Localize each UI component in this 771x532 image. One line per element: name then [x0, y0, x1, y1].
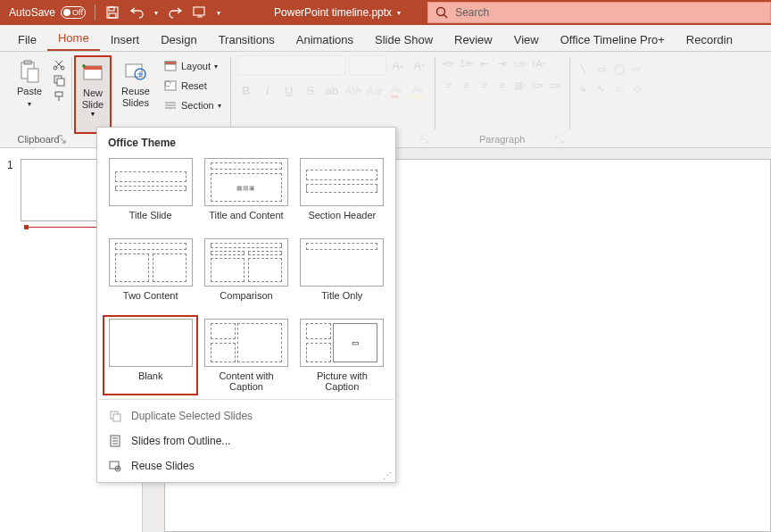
group-clipboard: Paste▾ Clipboard — [5, 52, 71, 147]
reuse-icon — [108, 459, 122, 473]
shape-freeform-icon[interactable]: ☆ — [611, 80, 627, 96]
tab-office-timeline[interactable]: Office Timeline Pro+ — [550, 28, 676, 51]
redo-icon[interactable] — [167, 4, 183, 21]
slide-number: 1 — [7, 159, 13, 171]
start-from-beginning-icon[interactable] — [192, 4, 208, 21]
reuse-slides-button[interactable]: Reuse Slides — [115, 55, 156, 134]
tab-animations[interactable]: Animations — [286, 28, 364, 51]
menu-reuse-slides[interactable]: Reuse Slides — [97, 453, 395, 478]
tab-review[interactable]: Review — [444, 28, 503, 51]
shape-arrow-icon[interactable]: ⇨ — [629, 61, 645, 77]
save-icon[interactable] — [104, 4, 120, 21]
svg-rect-6 — [24, 61, 31, 64]
group-drawing: ╲ ▭ ◯ ⇨ ↳ ∿ ☆ ◇ — [570, 52, 651, 147]
svg-rect-7 — [28, 69, 38, 82]
resize-grip-icon[interactable]: ⋰ — [383, 470, 392, 480]
title-dropdown-icon[interactable]: ▾ — [397, 9, 401, 17]
text-direction-icon[interactable]: ↕A▾ — [530, 55, 546, 71]
layout-blank[interactable]: Blank — [103, 315, 198, 395]
svg-rect-18 — [165, 62, 176, 64]
shape-line-icon[interactable]: ╲ — [576, 61, 592, 77]
undo-dropdown-icon[interactable]: ▾ — [154, 9, 158, 17]
justify-icon[interactable]: ≡ — [494, 77, 510, 93]
layout-content-with-caption[interactable]: Content with Caption — [198, 315, 294, 395]
tab-file[interactable]: File — [7, 28, 47, 51]
italic-button[interactable]: I — [258, 80, 278, 100]
cut-icon[interactable] — [52, 57, 66, 71]
text-shadow-button[interactable]: ab — [322, 80, 342, 100]
search-icon — [435, 6, 448, 19]
section-button[interactable]: Section ▾ — [160, 96, 225, 114]
highlight-button[interactable]: A▾ — [408, 80, 427, 100]
strikethrough-button[interactable]: S — [301, 80, 320, 100]
group-label-paragraph: Paragraph — [441, 134, 564, 147]
layout-comparison[interactable]: Comparison — [198, 235, 294, 315]
decrease-font-icon[interactable]: A▾ — [410, 55, 429, 75]
group-paragraph: •≡▾ 1≡▾ ⇤ ⇥ ↕≡▾ ↕A▾ ≡ ≡ ≡ ≡ ▥▾ ▭▾ ▭▾ Par… — [435, 52, 569, 147]
tab-recording[interactable]: Recordin — [676, 28, 743, 51]
align-center-icon[interactable]: ≡ — [459, 77, 475, 93]
bold-button[interactable]: B — [236, 80, 256, 100]
copy-icon[interactable] — [52, 73, 66, 87]
reset-button[interactable]: Reset — [160, 77, 225, 95]
document-title: PowerPoint timeline.pptx ▾ — [274, 6, 401, 19]
new-slide-icon — [80, 61, 105, 86]
font-size-combo[interactable] — [349, 55, 386, 75]
tab-design[interactable]: Design — [150, 28, 207, 51]
new-slide-button[interactable]: New Slide ▾ — [74, 55, 112, 134]
layout-button[interactable]: Layout ▾ — [160, 57, 225, 75]
svg-point-4 — [437, 8, 445, 16]
tab-insert[interactable]: Insert — [100, 28, 151, 51]
shape-rect-icon[interactable]: ▭ — [593, 61, 609, 77]
layout-title-slide[interactable]: Title Slide — [103, 154, 198, 235]
font-name-combo[interactable] — [236, 55, 345, 75]
tab-slide-show[interactable]: Slide Show — [364, 28, 444, 51]
layout-picture-with-caption[interactable]: ▭ Picture with Caption — [294, 315, 390, 395]
columns-icon[interactable]: ▥▾ — [512, 77, 528, 93]
align-right-icon[interactable]: ≡ — [477, 77, 493, 93]
layout-title-and-content[interactable]: ▦▤▣ Title and Content — [198, 154, 294, 235]
reset-icon — [163, 79, 178, 93]
title-bar: AutoSave Off ▾ ▾ PowerPoint timeline.ppt… — [0, 0, 771, 25]
font-launcher-icon[interactable] — [420, 134, 431, 145]
increase-indent-icon[interactable]: ⇥ — [494, 55, 510, 71]
line-spacing-icon[interactable]: ↕≡▾ — [512, 55, 528, 71]
shape-callout-icon[interactable]: ◇ — [629, 80, 645, 96]
shape-curve-icon[interactable]: ∿ — [593, 80, 609, 96]
section-icon — [163, 98, 178, 112]
bullets-icon[interactable]: •≡▾ — [441, 55, 457, 71]
search-box[interactable]: Search — [427, 2, 771, 23]
layout-two-content[interactable]: Two Content — [103, 235, 198, 315]
tab-view[interactable]: View — [503, 28, 550, 51]
char-spacing-button[interactable]: AV▾ — [344, 80, 363, 100]
increase-font-icon[interactable]: A▴ — [388, 55, 408, 75]
format-painter-icon[interactable] — [52, 89, 66, 104]
layout-title-only[interactable]: Title Only — [294, 235, 390, 315]
shape-connector-icon[interactable]: ↳ — [576, 80, 592, 96]
autosave-toggle[interactable]: AutoSave Off — [0, 6, 95, 19]
quick-access-toolbar: ▾ ▾ — [95, 4, 229, 21]
smartart-icon[interactable]: ▭▾ — [548, 77, 564, 93]
svg-rect-1 — [109, 7, 114, 11]
shape-oval-icon[interactable]: ◯ — [611, 61, 627, 77]
undo-icon[interactable] — [129, 4, 145, 21]
align-text-icon[interactable]: ▭▾ — [530, 77, 546, 93]
tab-transitions[interactable]: Transitions — [208, 28, 286, 51]
decrease-indent-icon[interactable]: ⇤ — [477, 55, 493, 71]
numbering-icon[interactable]: 1≡▾ — [459, 55, 475, 71]
paragraph-launcher-icon[interactable] — [555, 134, 566, 145]
tab-home[interactable]: Home — [47, 26, 100, 51]
font-color-button[interactable]: A▾ — [386, 80, 406, 100]
svg-rect-15 — [126, 64, 142, 77]
duplicate-icon — [108, 409, 122, 423]
menu-slides-from-outline[interactable]: Slides from Outline... — [97, 428, 395, 453]
layout-section-header[interactable]: Section Header — [294, 154, 390, 235]
qat-customize-icon[interactable]: ▾ — [217, 9, 220, 17]
clipboard-launcher-icon[interactable] — [57, 134, 68, 145]
reuse-slides-icon — [123, 59, 148, 84]
underline-button[interactable]: U — [279, 80, 299, 100]
align-left-icon[interactable]: ≡ — [441, 77, 457, 93]
layout-icon — [163, 59, 178, 73]
change-case-button[interactable]: Aa▾ — [365, 80, 385, 100]
paste-button[interactable]: Paste▾ — [11, 55, 48, 134]
